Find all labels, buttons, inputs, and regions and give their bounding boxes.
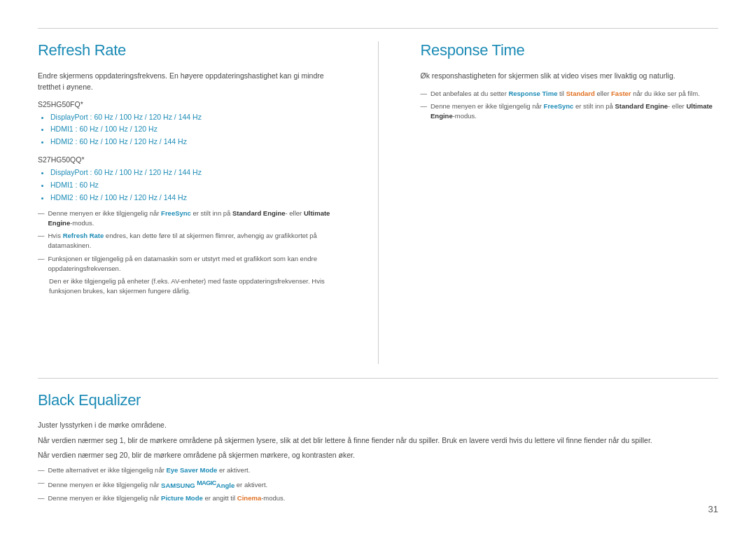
model1-label: S25HG50FQ*: [38, 100, 336, 108]
list-item: HDMI2 : 60 Hz / 100 Hz / 120 Hz / 144 Hz: [50, 136, 336, 148]
right-column: Response Time Øk responshastigheten for …: [407, 41, 719, 364]
black-eq-body1: Juster lysstyrken i de mørke områdene.: [38, 419, 718, 431]
refresh-note-3: Funksjonen er tilgjengelig på en datamas…: [38, 254, 336, 274]
black-eq-note-3: Denne menyen er ikke tilgjengelig når Pi…: [38, 493, 718, 503]
list-item: HDMI1 : 60 Hz / 100 Hz / 120 Hz: [50, 123, 336, 136]
response-time-intro: Øk responshastigheten for skjermen slik …: [421, 71, 719, 82]
response-note-2: Denne menyen er ikke tilgjengelig når Fr…: [421, 101, 719, 122]
refresh-note-2: Hvis Refresh Rate endres, kan dette føre…: [38, 231, 336, 251]
refresh-rate-title: Refresh Rate: [38, 41, 336, 59]
list-item: HDMI2 : 60 Hz / 100 Hz / 120 Hz / 144 Hz: [50, 192, 336, 204]
list-item: HDMI1 : 60 Hz: [50, 179, 336, 192]
refresh-note-1: Denne menyen er ikke tilgjengelig når Fr…: [38, 209, 336, 229]
refresh-rate-intro: Endre skjermens oppdateringsfrekvens. En…: [38, 71, 336, 93]
black-eq-title: Black Equalizer: [38, 391, 718, 409]
column-divider: [378, 41, 379, 364]
page: Refresh Rate Endre skjermens oppdatering…: [0, 0, 756, 534]
black-eq-body3: Når verdien nærmer seg 20, blir de mørke…: [38, 449, 718, 461]
refresh-sub-note: Den er ikke tilgjengelig på enheter (f.e…: [38, 276, 336, 297]
model1-bullets: DisplayPort : 60 Hz / 100 Hz / 120 Hz / …: [38, 111, 336, 149]
black-eq-body2: Når verdien nærmer seg 1, blir de mørker…: [38, 435, 718, 447]
response-note-1: Det anbefales at du setter Response Time…: [421, 89, 719, 99]
black-eq-note-2: Denne menyen er ikke tilgjengelig når SA…: [38, 478, 718, 490]
black-eq-notes: Dette alternativet er ikke tilgjengelig …: [38, 465, 718, 503]
model2-label: S27HG50QQ*: [38, 155, 336, 164]
bottom-divider: [38, 378, 718, 379]
list-item: DisplayPort : 60 Hz / 100 Hz / 120 Hz / …: [50, 111, 336, 124]
black-equalizer-section: Black Equalizer Juster lysstyrken i de m…: [38, 391, 718, 506]
response-time-title: Response Time: [421, 41, 719, 59]
main-columns: Refresh Rate Endre skjermens oppdatering…: [38, 41, 718, 364]
top-divider: [38, 28, 718, 29]
model2-bullets: DisplayPort : 60 Hz / 100 Hz / 120 Hz / …: [38, 167, 336, 204]
black-eq-note-1: Dette alternativet er ikke tilgjengelig …: [38, 465, 718, 475]
page-number: 31: [708, 504, 718, 514]
list-item: DisplayPort : 60 Hz / 100 Hz / 120 Hz / …: [50, 167, 336, 179]
left-column: Refresh Rate Endre skjermens oppdatering…: [38, 41, 350, 364]
